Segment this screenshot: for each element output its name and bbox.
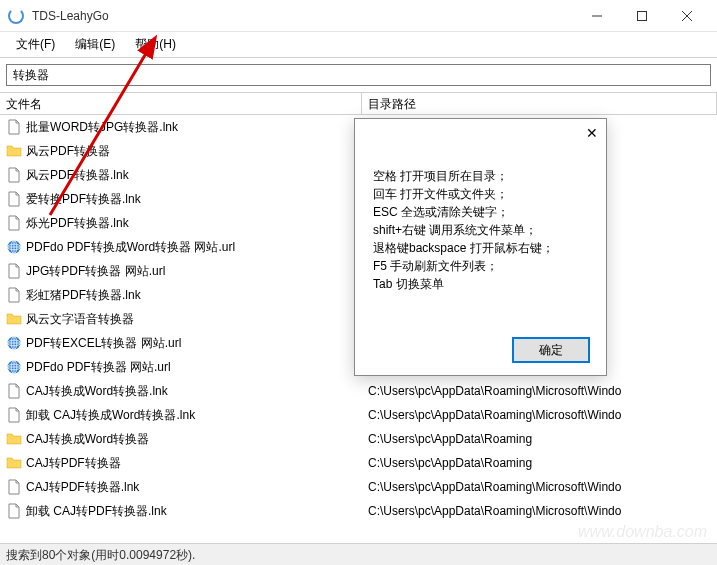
window-title: TDS-LeahyGo <box>32 9 574 23</box>
folder-icon <box>6 455 22 471</box>
file-name: 风云文字语音转换器 <box>26 311 134 328</box>
file-name: CAJ转换成Word转换器 <box>26 431 149 448</box>
menubar: 文件(F) 编辑(E) 帮助(H) <box>0 32 717 58</box>
table-row[interactable]: CAJ转PDF转换器C:\Users\pc\AppData\Roaming <box>0 451 717 475</box>
search-input[interactable] <box>6 64 711 86</box>
globe-icon <box>6 239 22 255</box>
file-icon <box>6 287 22 303</box>
menu-help[interactable]: 帮助(H) <box>125 33 186 56</box>
globe-icon <box>6 359 22 375</box>
dialog-close-button[interactable]: ✕ <box>586 125 598 141</box>
file-name: JPG转PDF转换器 网站.url <box>26 263 165 280</box>
file-icon <box>6 167 22 183</box>
file-path: C:\Users\pc\AppData\Roaming\Microsoft\Wi… <box>362 384 717 398</box>
help-line: 空格 打开项目所在目录； <box>373 167 588 185</box>
file-icon <box>6 119 22 135</box>
table-row[interactable]: CAJ转PDF转换器.lnkC:\Users\pc\AppData\Roamin… <box>0 475 717 499</box>
table-row[interactable]: CAJ转换成Word转换器C:\Users\pc\AppData\Roaming <box>0 427 717 451</box>
file-name: 卸载 CAJ转PDF转换器.lnk <box>26 503 167 520</box>
table-row[interactable]: 卸载 CAJ转换成Word转换器.lnkC:\Users\pc\AppData\… <box>0 403 717 427</box>
dialog-content: 空格 打开项目所在目录；回车 打开文件或文件夹；ESC 全选或清除关键字；shi… <box>355 119 606 303</box>
file-name: 爱转换PDF转换器.lnk <box>26 191 141 208</box>
file-icon <box>6 407 22 423</box>
file-icon <box>6 479 22 495</box>
column-headers: 文件名 目录路径 <box>0 93 717 115</box>
file-name: 烁光PDF转换器.lnk <box>26 215 129 232</box>
dialog-ok-button[interactable]: 确定 <box>512 337 590 363</box>
file-name: CAJ转PDF转换器.lnk <box>26 479 139 496</box>
file-name: PDFdo PDF转换器 网站.url <box>26 359 171 376</box>
folder-icon <box>6 311 22 327</box>
file-name: CAJ转PDF转换器 <box>26 455 121 472</box>
svg-rect-1 <box>637 11 646 20</box>
app-logo-icon <box>8 8 24 24</box>
file-path: C:\Users\pc\AppData\Roaming\Microsoft\Wi… <box>362 408 717 422</box>
file-name: PDFdo PDF转换成Word转换器 网站.url <box>26 239 235 256</box>
file-name: 卸载 CAJ转换成Word转换器.lnk <box>26 407 195 424</box>
file-icon <box>6 191 22 207</box>
table-row[interactable]: CAJ转换成Word转换器.lnkC:\Users\pc\AppData\Roa… <box>0 379 717 403</box>
file-name: 批量WORD转JPG转换器.lnk <box>26 119 178 136</box>
menu-edit[interactable]: 编辑(E) <box>65 33 125 56</box>
help-dialog: ✕ 空格 打开项目所在目录；回车 打开文件或文件夹；ESC 全选或清除关键字；s… <box>354 118 607 376</box>
table-row[interactable]: 卸载 CAJ转PDF转换器.lnkC:\Users\pc\AppData\Roa… <box>0 499 717 523</box>
file-name: 风云PDF转换器.lnk <box>26 167 129 184</box>
titlebar: TDS-LeahyGo <box>0 0 717 32</box>
help-line: 退格键backspace 打开鼠标右键； <box>373 239 588 257</box>
help-line: 回车 打开文件或文件夹； <box>373 185 588 203</box>
file-path: C:\Users\pc\AppData\Roaming\Microsoft\Wi… <box>362 504 717 518</box>
statusbar: 搜索到80个对象(用时0.0094972秒). <box>0 543 717 565</box>
column-header-name[interactable]: 文件名 <box>0 93 362 114</box>
close-button[interactable] <box>664 1 709 31</box>
file-icon <box>6 263 22 279</box>
menu-file[interactable]: 文件(F) <box>6 33 65 56</box>
file-name: PDF转EXCEL转换器 网站.url <box>26 335 181 352</box>
help-line: F5 手动刷新文件列表； <box>373 257 588 275</box>
maximize-button[interactable] <box>619 1 664 31</box>
file-path: C:\Users\pc\AppData\Roaming <box>362 456 717 470</box>
file-icon <box>6 215 22 231</box>
file-name: 风云PDF转换器 <box>26 143 110 160</box>
folder-icon <box>6 431 22 447</box>
column-header-path[interactable]: 目录路径 <box>362 93 717 114</box>
file-path: C:\Users\pc\AppData\Roaming <box>362 432 717 446</box>
file-name: 彩虹猪PDF转换器.lnk <box>26 287 141 304</box>
file-icon <box>6 503 22 519</box>
file-path: C:\Users\pc\AppData\Roaming\Microsoft\Wi… <box>362 480 717 494</box>
help-line: ESC 全选或清除关键字； <box>373 203 588 221</box>
minimize-button[interactable] <box>574 1 619 31</box>
help-line: shift+右键 调用系统文件菜单； <box>373 221 588 239</box>
file-icon <box>6 383 22 399</box>
folder-icon <box>6 143 22 159</box>
file-name: CAJ转换成Word转换器.lnk <box>26 383 168 400</box>
help-line: Tab 切换菜单 <box>373 275 588 293</box>
globe-icon <box>6 335 22 351</box>
searchbar <box>0 58 717 93</box>
